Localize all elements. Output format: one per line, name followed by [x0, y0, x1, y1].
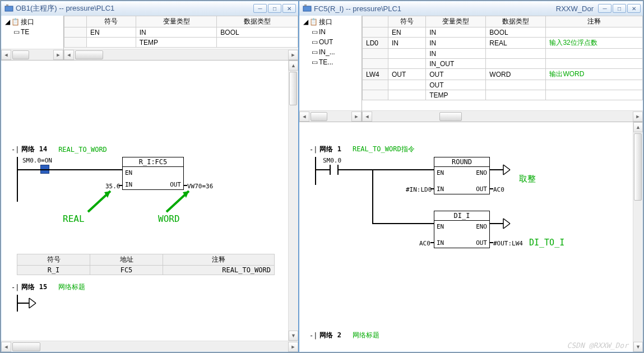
- symbol-table: 符号地址注释 R_IFC5REAL_TO_WORD: [17, 254, 275, 275]
- left-ladder[interactable]: -|网络 14REAL_TO_WORD SM0.0=ON R_I:FC5 EN …: [1, 61, 288, 341]
- collapse-icon[interactable]: -|: [11, 284, 19, 291]
- col-vartype[interactable]: 变量类型: [136, 16, 217, 27]
- tree-root[interactable]: ◢📋接口: [300, 17, 360, 27]
- left-main-hscroll[interactable]: ◄►: [1, 341, 298, 352]
- left-panel: OB1(主程序) -- pressure\PLC1 ─ □ ✕ ◢📋接口 ▭TE…: [1, 1, 299, 352]
- block-title: DI_I: [434, 211, 489, 221]
- annotation: DI_TO_I: [529, 238, 564, 248]
- svg-rect-9: [303, 6, 311, 11]
- maximize-button[interactable]: □: [268, 4, 281, 13]
- terminator-icon: [502, 217, 511, 230]
- right-titlebar: FC5(R_I) -- pressure\PLC1 RXXW_Dor ─ □ ✕: [299, 1, 643, 16]
- program-icon: [303, 4, 312, 13]
- contact-label: SM0.0: [323, 157, 341, 164]
- maximize-button[interactable]: □: [613, 4, 626, 13]
- port-en: EN: [125, 169, 132, 176]
- table-hscroll[interactable]: ◄►: [64, 49, 298, 60]
- annotation: REAL: [63, 213, 85, 224]
- table-row: OUT: [363, 80, 643, 90]
- tree-item[interactable]: ▭OUT: [300, 37, 360, 47]
- arrow-icon: [164, 187, 197, 215]
- annotation: 取整: [519, 174, 536, 184]
- network-label: 网络 2: [319, 331, 341, 340]
- col-symbol[interactable]: 符号: [87, 16, 136, 27]
- watermark: CSDN @RXXW_Dor: [567, 341, 628, 350]
- table-row: TEMP: [363, 90, 643, 100]
- left-title: OB1(主程序) -- pressure\PLC1: [16, 3, 253, 13]
- network-label: 网络 1: [319, 145, 341, 154]
- block-title: R_I:FC5: [123, 157, 183, 167]
- close-button[interactable]: ✕: [282, 4, 296, 13]
- svg-line-11: [503, 165, 510, 170]
- network-comment: 网络标题: [58, 282, 85, 292]
- right-vscroll[interactable]: ▲▼: [633, 122, 643, 352]
- table-row: LD0ININREAL输入32位浮点数: [363, 38, 643, 49]
- collapse-icon[interactable]: -|: [309, 146, 317, 154]
- svg-rect-10: [304, 4, 307, 6]
- left-tree[interactable]: ◢📋接口 ▭TE ◄►: [1, 16, 64, 60]
- svg-line-7: [29, 303, 36, 308]
- left-titlebar: OB1(主程序) -- pressure\PLC1 ─ □ ✕: [1, 1, 298, 16]
- tree-hscroll[interactable]: ◄►: [299, 110, 362, 122]
- table-hscroll[interactable]: ◄►: [362, 110, 643, 122]
- input-value: #IN:LD0: [406, 186, 432, 193]
- right-tree[interactable]: ◢📋接口 ▭IN ▭OUT ▭IN_... ▭TE... ◄►: [299, 16, 362, 122]
- tree-item[interactable]: ▭IN_...: [300, 47, 360, 57]
- network-label: 网络 15: [21, 282, 47, 292]
- svg-rect-1: [6, 4, 8, 6]
- round-block[interactable]: ROUND EN ENO IN OUT: [434, 157, 490, 194]
- tree-item[interactable]: ▭TE: [2, 27, 62, 37]
- table-row: ENINBOOL: [64, 27, 298, 38]
- minimize-button[interactable]: ─: [253, 4, 267, 13]
- port-in: IN: [125, 181, 132, 188]
- network-comment: REAL_TO_WORD指令: [353, 145, 415, 154]
- svg-line-6: [29, 298, 36, 303]
- network-comment: 网络标题: [353, 331, 379, 340]
- minimize-button[interactable]: ─: [598, 4, 611, 13]
- svg-line-14: [503, 219, 510, 224]
- col-datatype[interactable]: 数据类型: [217, 16, 298, 27]
- svg-line-12: [503, 170, 510, 175]
- collapse-icon[interactable]: -|: [11, 146, 19, 154]
- win-buttons: ─ □ ✕: [598, 4, 641, 13]
- network-comment: REAL_TO_WORD: [58, 146, 107, 154]
- function-block[interactable]: R_I:FC5 EN IN OUT: [122, 157, 184, 190]
- arrow-icon: [85, 187, 119, 215]
- program-icon: [4, 4, 13, 13]
- tree-item[interactable]: ▭TE...: [300, 57, 360, 67]
- tree-hscroll[interactable]: ◄►: [1, 49, 63, 60]
- contact-label: SM0.0=ON: [22, 157, 52, 164]
- title-watermark: RXXW_Dor: [556, 4, 594, 13]
- terminator-icon: [28, 297, 37, 309]
- close-button[interactable]: ✕: [627, 4, 641, 13]
- table-row: IN: [363, 49, 643, 59]
- win-buttons: ─ □ ✕: [253, 4, 296, 13]
- table-row: LW4OUTOUTWORD输出WORD: [363, 69, 643, 80]
- output-value: #OUT:LW4: [493, 240, 523, 247]
- input-value: AC0: [419, 240, 430, 247]
- left-var-table[interactable]: 符号变量类型数据类型 ENINBOOL TEMP ◄►: [64, 16, 298, 60]
- table-row: TEMP: [64, 38, 298, 48]
- right-panel: FC5(R_I) -- pressure\PLC1 RXXW_Dor ─ □ ✕…: [299, 1, 643, 352]
- right-var-table[interactable]: 符号变量类型数据类型注释 ENINBOOL LD0ININREAL输入32位浮点…: [362, 16, 643, 122]
- tree-root[interactable]: ◢📋接口: [2, 17, 62, 27]
- right-title: FC5(R_I) -- pressure\PLC1: [314, 4, 556, 13]
- terminator-icon: [502, 164, 511, 176]
- svg-rect-0: [5, 6, 13, 11]
- annotation: WORD: [158, 213, 180, 224]
- collapse-icon[interactable]: -|: [309, 332, 317, 340]
- table-row: IN_OUT: [363, 59, 643, 69]
- left-vscroll[interactable]: ▲▼: [288, 61, 298, 341]
- network-label: 网络 14: [21, 145, 47, 154]
- output-value: AC0: [493, 186, 504, 193]
- tree-item[interactable]: ▭IN: [300, 27, 360, 37]
- block-title: ROUND: [434, 157, 489, 167]
- right-ladder[interactable]: -|网络 1REAL_TO_WORD指令 SM0.0 ROUND EN ENO …: [299, 122, 633, 352]
- di-i-block[interactable]: DI_I EN ENO IN OUT: [434, 211, 490, 248]
- table-row: ENINBOOL: [363, 27, 643, 38]
- svg-line-15: [503, 224, 510, 229]
